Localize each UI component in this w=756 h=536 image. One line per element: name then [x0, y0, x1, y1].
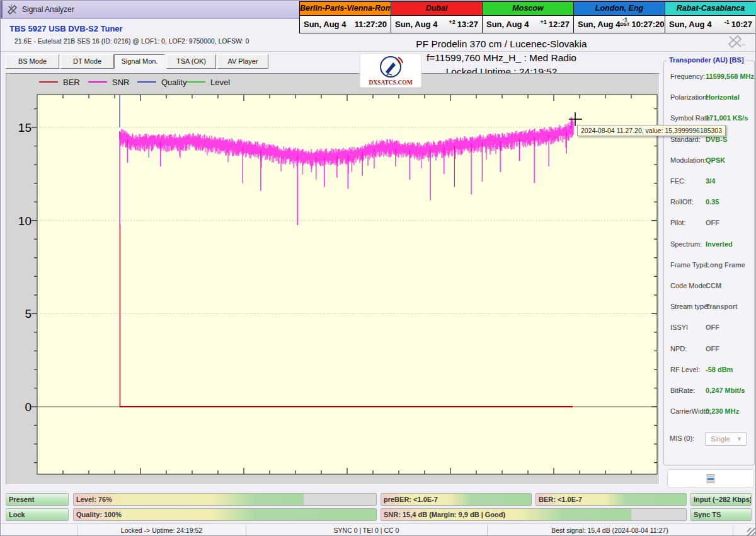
svg-text:10: 10	[18, 214, 32, 228]
clock-date: Sun, Aug 4	[486, 20, 529, 29]
legend-ber: BER	[39, 77, 80, 87]
transponder-row: Frame Type:Long Frame	[670, 261, 751, 271]
clock-london: London, Eng Sun, Aug 4 -1DST 10:27:20	[573, 2, 665, 33]
snr-line-sample	[88, 81, 107, 83]
transponder-panel: Frequency:11599,568 MHzPolarization:Hori…	[663, 61, 755, 465]
clock-dubai: Dubai Sun, Aug 4 +2 13:27	[391, 2, 482, 33]
tab-tsa[interactable]: TSA (OK)	[166, 54, 216, 69]
clock-date: Sun, Aug 4	[395, 20, 437, 29]
satellite-icon-gray	[725, 32, 747, 49]
transponder-row: Standard:DVB-S	[670, 136, 751, 146]
stream-list-button[interactable]	[667, 469, 754, 488]
snr-meter: SNR: 15,4 dB (Margin: 9,9 dB | Good)	[381, 508, 687, 521]
dxsatcs-logo: DXSATCS.COM	[360, 54, 421, 88]
clock-time: 10:27:20	[631, 20, 664, 29]
chevron-down-icon: ▼	[736, 433, 742, 445]
clock-offset: +1	[540, 20, 546, 25]
site-title: PF Prodelin 370 cm / Lucenec-Slovakia	[375, 38, 627, 50]
tab-av-player[interactable]: AV Player	[217, 54, 268, 69]
transponder-row: BitRate:0,247 Mbit/s	[670, 387, 751, 397]
transponder-row: Symbol Rate:171,001 KS/s	[670, 114, 751, 124]
transponder-row: Stream type:Transport	[670, 303, 751, 313]
input-indicator: Input (~282 Kbps)	[690, 493, 752, 506]
clock-date: Sun, Aug 4	[304, 20, 346, 29]
transponder-row: Spectrum:Inverted	[670, 240, 751, 250]
tab-dt-mode[interactable]: DT Mode	[60, 54, 114, 69]
statusbar-separator	[733, 525, 733, 536]
tuner-details: 21.6E - Eutelsat 21B SES 16 (ID: 0216) @…	[14, 37, 249, 45]
level-line-sample	[186, 81, 205, 83]
ber-meter: BER: <1.0E-7	[536, 493, 687, 506]
clock-time: 13:27	[457, 20, 478, 29]
chart-tooltip: 2024-08-04 11.27.20, value: 15,399999618…	[577, 125, 726, 136]
legend-level: Level	[186, 77, 230, 87]
preber-meter: preBER: <1.0E-7	[381, 493, 532, 506]
signal-chart-panel: BER SNR Quality Level 051015	[6, 73, 660, 485]
clock-city: Dubai	[391, 2, 482, 16]
window-title: Signal Analyzer	[22, 5, 74, 14]
transponder-row: Frequency:11599,568 MHz	[670, 73, 751, 83]
transponder-row: RollOff:0.35	[670, 198, 751, 208]
world-clocks: Berlin-Paris-Vienna-Roma Sun, Aug 4 11:2…	[299, 1, 756, 33]
transponder-row: Pilot:OFF	[670, 219, 751, 229]
transponder-row: Code Mode:CCM	[670, 282, 751, 292]
transponder-row: ISSYIOFF	[670, 323, 751, 334]
clock-offset: +2	[449, 20, 455, 25]
clock-date: Sun, Aug 4	[578, 20, 620, 29]
clock-time: 10:27	[731, 20, 752, 29]
quality-meter: Quality: 100%	[73, 508, 377, 521]
transponder-row: NPD:OFF	[670, 345, 751, 355]
signal-chart[interactable]: 051015	[6, 74, 659, 484]
clock-city: Moscow	[483, 2, 573, 16]
logo-text: DXSATCS.COM	[369, 79, 412, 86]
lock-indicator: Lock	[6, 508, 69, 521]
clock-time: 11:27:20	[355, 20, 387, 29]
clock-date: Sun, Aug 4	[669, 20, 711, 29]
clock-time: 12:27	[549, 20, 570, 29]
transponder-row: FEC:3/4	[670, 177, 751, 187]
svg-text:0: 0	[25, 400, 32, 414]
svg-text:5: 5	[25, 307, 32, 320]
clock-city: Rabat-Casablanca	[665, 2, 756, 16]
clock-rabat: Rabat-Casablanca Sun, Aug 4 -1 10:27	[665, 2, 756, 33]
mis-dropdown[interactable]: Single ▼	[705, 432, 747, 446]
clock-offset: -1	[724, 20, 730, 25]
mis-label: MIS (0):	[670, 434, 694, 442]
satellite-icon	[6, 4, 19, 15]
quality-line-sample	[137, 81, 156, 83]
signal-analyzer-window: Signal Analyzer Berlin-Paris-Vienna-Roma…	[0, 0, 756, 536]
statusbar-best-signal: Best signal: 15,4 dB (2024-08-04 11:27)	[487, 524, 733, 536]
clock-city: London, Eng	[574, 2, 665, 16]
transponder-row: RF Level:-58 dBm	[670, 366, 751, 376]
level-meter: Level: 76%	[73, 493, 377, 506]
clock-berlin: Berlin-Paris-Vienna-Roma Sun, Aug 4 11:2…	[300, 2, 391, 33]
transponder-row: Modulation:QPSK	[670, 156, 751, 166]
window-left-border	[1, 1, 3, 18]
transponder-row: Polarization:Horizontal	[670, 93, 751, 103]
statusbar-uptime: Locked -> Uptime: 24:19:52	[77, 524, 246, 536]
statusbar-sync: SYNC 0 | TEI 0 | CC 0	[246, 524, 487, 536]
legend-snr: SNR	[88, 77, 129, 87]
clock-offset: -1DST	[620, 17, 629, 26]
tuner-name: TBS 5927 USB DVB-S2 Tuner	[9, 24, 123, 33]
sync-ts-indicator: Sync TS	[690, 508, 752, 521]
resize-grip[interactable]	[747, 528, 755, 536]
svg-text:15: 15	[18, 121, 32, 134]
tab-signal-mon[interactable]: Signal Mon.	[114, 54, 165, 69]
transponder-row: CarrierWidth:0,230 MHz	[670, 407, 751, 417]
clock-city: Berlin-Paris-Vienna-Roma	[300, 2, 391, 16]
ber-line-sample	[39, 81, 58, 83]
list-icon	[706, 474, 716, 483]
clock-moscow: Moscow Sun, Aug 4 +1 12:27	[482, 2, 573, 33]
tab-bs-mode[interactable]: BS Mode	[6, 54, 59, 69]
present-indicator: Present	[6, 493, 69, 506]
transponder-panel-title: Transponder (AU) [BS]	[667, 56, 746, 64]
statusbar: Locked -> Uptime: 24:19:52 SYNC 0 | TEI …	[1, 523, 756, 536]
legend-quality: Quality	[137, 77, 186, 87]
